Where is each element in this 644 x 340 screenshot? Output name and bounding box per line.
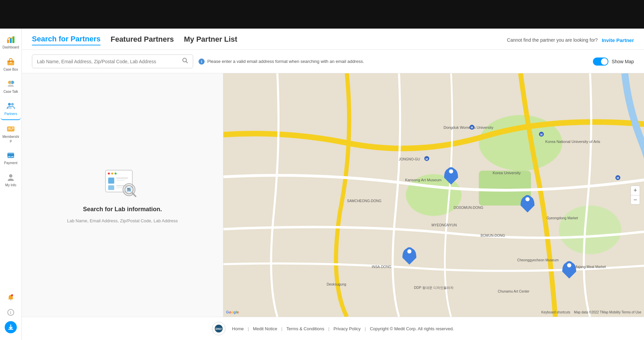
footer-terms-link[interactable]: Terms & Conditions — [287, 326, 325, 331]
svg-rect-0 — [7, 40, 9, 43]
search-input[interactable] — [37, 59, 182, 64]
svg-text:SAMCHEONG-DONG: SAMCHEONG-DONG — [347, 199, 381, 203]
svg-text:Majang Meat Market: Majang Meat Market — [574, 265, 606, 269]
svg-rect-17 — [8, 156, 10, 157]
svg-text:DOSOMUN-DONG: DOSOMUN-DONG — [454, 206, 483, 210]
membership-icon — [6, 124, 15, 134]
search-button[interactable] — [182, 58, 188, 65]
empty-state: Search for Lab information. Lab Name, Em… — [67, 167, 178, 223]
sidebar-item-casetalk[interactable]: Case Talk — [1, 76, 21, 97]
svg-text:Dongduk Women's University: Dongduk Women's University — [443, 125, 493, 129]
download-button[interactable] — [5, 321, 17, 333]
sidebar-item-casebox[interactable]: Case Box — [1, 53, 21, 75]
svg-text:INSA-DONG: INSA-DONG — [372, 265, 392, 269]
sidebar-item-myinfo[interactable]: My Info — [1, 169, 21, 191]
main-layout: Dashboard Case Box — [0, 29, 644, 340]
footer-medit-notice-link[interactable]: Medit Notice — [253, 326, 277, 331]
info-circle-icon: i — [199, 59, 205, 65]
notification-button[interactable] — [5, 292, 17, 304]
zoom-in-button[interactable]: + — [631, 186, 640, 195]
footer-privacy-link[interactable]: Privacy Policy — [334, 326, 361, 331]
svg-text:MYEONGNYUN: MYEONGNYUN — [431, 223, 457, 227]
footer-logo: DNV — [212, 322, 225, 335]
svg-rect-16 — [7, 154, 14, 156]
casebox-icon — [6, 57, 15, 66]
empty-state-title: Search for Lab information. — [83, 206, 162, 213]
sidebar-item-dashboard[interactable]: Dashboard — [1, 31, 21, 53]
page-footer: DNV Home | Medit Notice | Terms & Condit… — [22, 317, 644, 340]
sidebar-label-partners: Partners — [4, 112, 17, 116]
sidebar-label-payment: Payment — [4, 161, 17, 165]
svg-point-28 — [115, 173, 117, 175]
sidebar-label-myinfo: My Info — [5, 183, 16, 187]
keyboard-shortcuts: Keyboard shortcuts — [541, 310, 570, 314]
svg-rect-30 — [116, 178, 128, 179]
tab-my-partner-list[interactable]: My Partner List — [184, 35, 238, 45]
dashboard-icon — [6, 35, 15, 44]
top-bar — [0, 0, 644, 29]
sidebar-label-membership: Membership — [2, 135, 19, 143]
sidebar-label-casebox: Case Box — [3, 68, 18, 72]
map-data-text: Map data ©2022 TMap Mobility Terms of Us… — [574, 310, 641, 314]
zoom-out-button[interactable]: − — [631, 195, 640, 204]
svg-text:JONGNO-GU: JONGNO-GU — [399, 157, 420, 161]
sidebar-item-membership[interactable]: Membership — [1, 121, 21, 146]
sidebar-label-dashboard: Dashboard — [3, 45, 19, 49]
svg-text:M: M — [617, 177, 619, 180]
tab-search-partners[interactable]: Search for Partners — [32, 35, 100, 45]
svg-point-71 — [407, 249, 411, 253]
svg-rect-11 — [7, 126, 14, 131]
svg-text:Gyeongdong Market: Gyeongdong Market — [547, 216, 578, 220]
page-header: Search for Partners Featured Partners My… — [22, 29, 644, 50]
svg-point-8 — [10, 81, 12, 83]
svg-point-10 — [11, 103, 14, 106]
footer-home-link[interactable]: Home — [232, 326, 244, 331]
casetalk-icon — [6, 79, 15, 88]
sidebar-item-partners[interactable]: Partners — [1, 98, 21, 120]
svg-point-9 — [8, 103, 11, 106]
content-area: Search for Partners Featured Partners My… — [22, 29, 644, 340]
map-zoom-controls: + − — [631, 186, 640, 204]
svg-text:DDP 동대문 디자인플라자: DDP 동대문 디자인플라자 — [414, 286, 453, 290]
svg-text:Korea National University of A: Korea National University of Arts — [545, 140, 600, 144]
partners-icon — [6, 101, 15, 111]
invite-partner-button[interactable]: Invite Partner — [602, 37, 634, 43]
sidebar-bottom: i — [5, 292, 17, 337]
info-message: i Please enter a valid email address for… — [199, 59, 364, 65]
empty-state-subtitle: Lab Name, Email Address, Zip/Postal Code… — [67, 218, 178, 223]
svg-point-26 — [108, 173, 110, 175]
sidebar-item-payment[interactable]: Payment — [1, 147, 21, 168]
search-row: i Please enter a valid email address for… — [22, 50, 644, 73]
svg-text:Cheonggyecheon Museum: Cheonggyecheon Museum — [517, 258, 559, 262]
svg-point-69 — [449, 169, 453, 173]
info-button[interactable]: i — [5, 306, 17, 318]
svg-rect-29 — [108, 178, 114, 184]
show-map-toggle-container: Show Map — [593, 58, 634, 66]
svg-point-70 — [525, 197, 529, 201]
svg-rect-21 — [10, 300, 11, 300]
payment-icon — [6, 150, 15, 160]
svg-text:Deoksugung: Deoksugung — [327, 282, 346, 286]
svg-point-19 — [9, 174, 12, 178]
svg-rect-31 — [116, 180, 125, 181]
svg-rect-32 — [108, 185, 114, 190]
svg-point-14 — [12, 127, 14, 129]
show-map-toggle[interactable] — [593, 58, 608, 66]
svg-rect-13 — [8, 129, 12, 130]
svg-text:M: M — [471, 126, 473, 129]
info-message-text: Please enter a valid email address forma… — [207, 59, 364, 64]
header-tabs: Search for Partners Featured Partners My… — [32, 35, 237, 45]
svg-rect-5 — [10, 62, 12, 63]
svg-rect-18 — [11, 156, 13, 157]
svg-rect-34 — [116, 187, 123, 188]
svg-text:i: i — [10, 310, 11, 315]
show-map-label: Show Map — [612, 59, 634, 64]
svg-text:Kansong Art Museum: Kansong Art Museum — [405, 178, 442, 182]
svg-text:Chunamu Art Center: Chunamu Art Center — [498, 290, 530, 293]
svg-rect-38 — [127, 188, 130, 189]
sidebar: Dashboard Case Box — [0, 29, 22, 340]
svg-rect-12 — [8, 128, 11, 128]
svg-text:M: M — [426, 158, 428, 161]
tab-featured-partners[interactable]: Featured Partners — [111, 35, 174, 45]
svg-point-20 — [11, 294, 13, 296]
